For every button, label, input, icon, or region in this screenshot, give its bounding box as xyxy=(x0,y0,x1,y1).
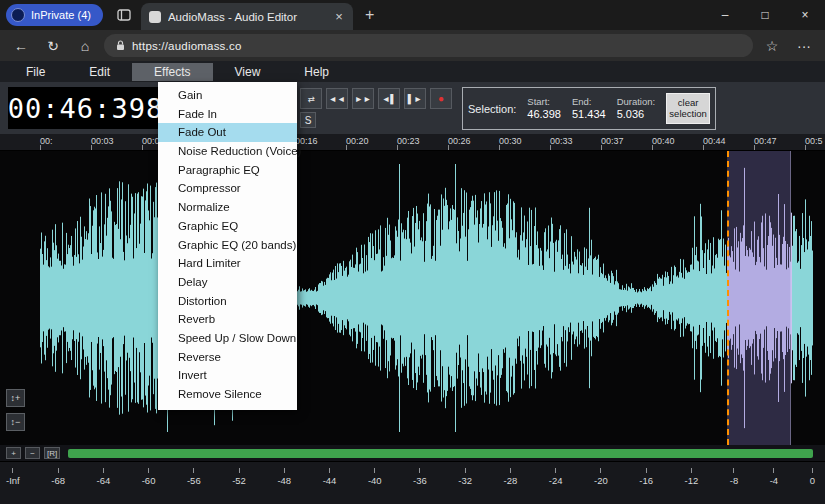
solo-button[interactable]: S xyxy=(300,112,316,128)
menu-item-invert[interactable]: Invert xyxy=(158,366,297,385)
menu-help[interactable]: Help xyxy=(282,63,351,81)
transport-buttons: ⇄◄◄►►◄▌▌►● xyxy=(300,88,452,109)
waveform-area[interactable]: ↕+ ↕− xyxy=(0,151,825,445)
url-text: https://audiomass.co xyxy=(132,40,241,52)
db-label: -Inf xyxy=(6,468,20,486)
timeline-tick: 00:33 xyxy=(550,136,573,146)
vertical-zoom-in-button[interactable]: ↕+ xyxy=(6,389,25,407)
menu-item-graphic-eq[interactable]: Graphic EQ xyxy=(158,217,297,236)
timeline-tick: 00:23 xyxy=(397,136,420,146)
selection-region xyxy=(727,151,791,445)
menu-item-reverb[interactable]: Reverb xyxy=(158,310,297,329)
menu-item-compressor[interactable]: Compressor xyxy=(158,179,297,198)
browser-window: InPrivate (4) AudioMass - Audio Editor ×… xyxy=(0,0,825,504)
home-button[interactable]: ⌂ xyxy=(72,33,98,59)
db-label: -32 xyxy=(458,468,472,486)
db-label: -36 xyxy=(413,468,427,486)
menu-item-reverse[interactable]: Reverse xyxy=(158,348,297,367)
db-label: -28 xyxy=(504,468,518,486)
tab-title: AudioMass - Audio Editor xyxy=(168,11,333,23)
skip-to-end-button[interactable]: ▌► xyxy=(404,88,426,109)
menu-item-graphic-eq-20-bands[interactable]: Graphic EQ (20 bands) xyxy=(158,236,297,255)
selection-end-value: 51.434 xyxy=(572,108,606,122)
inprivate-label: InPrivate (4) xyxy=(31,9,91,21)
effects-menu: GainFade InFade OutNoise Reduction (Voic… xyxy=(158,82,297,410)
tab-actions-icon[interactable] xyxy=(117,9,131,21)
db-label: -48 xyxy=(277,468,291,486)
transport-cluster: ⇄◄◄►►◄▌▌►● S xyxy=(300,88,452,128)
db-label: -4 xyxy=(770,468,778,486)
clear-selection-button[interactable]: clear selection xyxy=(666,93,710,125)
horizontal-scrollbar[interactable] xyxy=(68,449,813,458)
address-bar[interactable]: https://audiomass.co xyxy=(104,34,753,57)
timeline-ruler[interactable]: 00:00:0300:0600:1000:1300:1600:2000:2300… xyxy=(0,134,825,151)
menu-edit[interactable]: Edit xyxy=(67,63,132,81)
rewind-button[interactable]: ◄◄ xyxy=(326,88,348,109)
db-scale: -Inf-68-64-60-56-52-48-44-40-36-32-28-24… xyxy=(0,461,825,504)
record-button[interactable]: ● xyxy=(430,88,452,109)
timeline-tick: 00:03 xyxy=(91,136,114,146)
selection-duration: Duration: 5.036 xyxy=(617,96,656,122)
db-label: -60 xyxy=(142,468,156,486)
menu-item-distortion[interactable]: Distortion xyxy=(158,292,297,311)
back-button[interactable]: ← xyxy=(8,33,34,59)
more-options-button[interactable]: ··· xyxy=(791,33,817,59)
timeline-tick: 00:30 xyxy=(499,136,522,146)
timeline-tick: 00:40 xyxy=(652,136,675,146)
maximize-button[interactable]: □ xyxy=(745,0,785,30)
timeline-tick: 00:37 xyxy=(601,136,624,146)
menu-item-paragraphic-eq[interactable]: Paragraphic EQ xyxy=(158,161,297,180)
new-tab-button[interactable]: + xyxy=(365,6,374,24)
menu-item-speed-up-slow-down[interactable]: Speed Up / Slow Down xyxy=(158,329,297,348)
favorites-star-icon[interactable]: ☆ xyxy=(759,33,785,59)
db-label: 0 xyxy=(810,468,815,486)
waveform-canvas[interactable] xyxy=(0,151,825,445)
db-label: -56 xyxy=(187,468,201,486)
menu-item-fade-in[interactable]: Fade In xyxy=(158,105,297,124)
selection-start-label: Start: xyxy=(527,96,561,108)
tab-audiomass[interactable]: AudioMass - Audio Editor × xyxy=(141,3,353,30)
selection-duration-value: 5.036 xyxy=(617,108,656,122)
timeline-tick: 00:5 xyxy=(805,136,823,146)
menu-item-hard-limiter[interactable]: Hard Limiter xyxy=(158,254,297,273)
vertical-zoom-out-button[interactable]: ↕− xyxy=(6,413,25,431)
timecode-display: 00:46:398 xyxy=(8,87,163,129)
skip-to-start-button[interactable]: ◄▌ xyxy=(378,88,400,109)
db-label: -44 xyxy=(323,468,337,486)
tab-strip: InPrivate (4) AudioMass - Audio Editor ×… xyxy=(0,0,825,30)
selection-duration-label: Duration: xyxy=(617,96,656,108)
browser-toolbar: ← ↻ ⌂ https://audiomass.co ☆ ··· xyxy=(0,30,825,61)
timeline-tick: 00:47 xyxy=(754,136,777,146)
loop-button[interactable]: ⇄ xyxy=(300,88,322,109)
tab-close-icon[interactable]: × xyxy=(333,9,345,24)
lock-icon[interactable] xyxy=(116,40,125,51)
menu-item-fade-out[interactable]: Fade Out xyxy=(158,123,297,142)
minimize-button[interactable]: – xyxy=(705,0,745,30)
menu-file[interactable]: File xyxy=(4,63,67,81)
menu-effects[interactable]: Effects xyxy=(132,63,212,81)
db-label: -40 xyxy=(368,468,382,486)
db-label: -12 xyxy=(685,468,699,486)
reset-zoom-button[interactable]: [R] xyxy=(44,447,60,459)
menu-view[interactable]: View xyxy=(213,63,283,81)
close-window-button[interactable]: × xyxy=(785,0,825,30)
inprivate-icon xyxy=(11,8,25,22)
refresh-button[interactable]: ↻ xyxy=(40,33,66,59)
inprivate-badge[interactable]: InPrivate (4) xyxy=(6,4,103,26)
menu-item-delay[interactable]: Delay xyxy=(158,273,297,292)
timeline-tick: 00:44 xyxy=(703,136,726,146)
db-label: -52 xyxy=(232,468,246,486)
menu-item-remove-silence[interactable]: Remove Silence xyxy=(158,385,297,404)
selection-end: End: 51.434 xyxy=(572,96,606,122)
app-toolbar: 00:46:398 ⇄◄◄►►◄▌▌►● S Selection: Start:… xyxy=(0,82,825,134)
zoom-in-button[interactable]: + xyxy=(6,447,21,459)
zoom-out-button[interactable]: − xyxy=(25,447,40,459)
menu-item-normalize[interactable]: Normalize xyxy=(158,198,297,217)
selection-start-value: 46.398 xyxy=(527,108,561,122)
app-menubar: File Edit Effects View Help xyxy=(0,61,825,82)
db-label: -68 xyxy=(51,468,65,486)
menu-item-noise-reduction-voice[interactable]: Noise Reduction (Voice) xyxy=(158,142,297,161)
timeline-tick: 00:20 xyxy=(346,136,369,146)
menu-item-gain[interactable]: Gain xyxy=(158,86,297,105)
fast-forward-button[interactable]: ►► xyxy=(352,88,374,109)
